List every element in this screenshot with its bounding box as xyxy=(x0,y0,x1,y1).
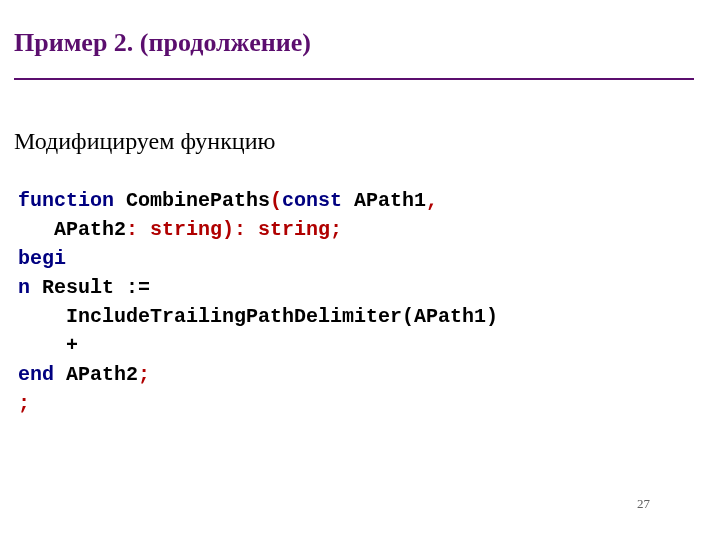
slide: Пример 2. (продолжение) Модифицируем фун… xyxy=(0,0,720,540)
code-line-3: begi xyxy=(18,247,66,270)
colon: : xyxy=(126,218,150,241)
keyword-end: end xyxy=(18,363,54,386)
indent xyxy=(18,305,66,328)
keyword-begin-part2: n xyxy=(18,276,30,299)
param-apath1: APath1 xyxy=(342,189,426,212)
code-line-7: end APath2; xyxy=(18,363,150,386)
indent xyxy=(18,218,54,241)
code-line-6: + xyxy=(18,334,78,357)
code-line-2: APath2: string): string; xyxy=(18,218,342,241)
comma: , xyxy=(426,189,438,212)
paren-close: ) xyxy=(222,218,234,241)
code-line-1: function CombinePaths(const APath1, xyxy=(18,189,438,212)
subtitle: Модифицируем функцию xyxy=(14,128,275,155)
colon-2: : xyxy=(234,218,258,241)
semicolon-1: ; xyxy=(330,218,342,241)
include-call: IncludeTrailingPathDelimiter(APath1) xyxy=(66,305,498,328)
param-apath2: APath2 xyxy=(54,218,126,241)
title-underline xyxy=(14,78,694,80)
code-block: function CombinePaths(const APath1, APat… xyxy=(18,186,498,418)
slide-title: Пример 2. (продолжение) xyxy=(14,28,311,58)
code-line-4: n Result := xyxy=(18,276,150,299)
result-assign: Result := xyxy=(30,276,150,299)
type-string-1: string xyxy=(150,218,222,241)
indent xyxy=(18,334,66,357)
page-number: 27 xyxy=(637,496,650,512)
semicolon-end: ; xyxy=(18,392,30,415)
type-string-2: string xyxy=(258,218,330,241)
code-line-8: ; xyxy=(18,392,30,415)
paren-open: ( xyxy=(270,189,282,212)
func-name: CombinePaths xyxy=(114,189,270,212)
code-line-5: IncludeTrailingPathDelimiter(APath1) xyxy=(18,305,498,328)
keyword-const: const xyxy=(282,189,342,212)
keyword-begin-part1: begi xyxy=(18,247,66,270)
semicolon-body: ; xyxy=(138,363,150,386)
space xyxy=(54,363,66,386)
apath2-ref: APath2 xyxy=(66,363,138,386)
keyword-function: function xyxy=(18,189,114,212)
plus-operator: + xyxy=(66,334,78,357)
